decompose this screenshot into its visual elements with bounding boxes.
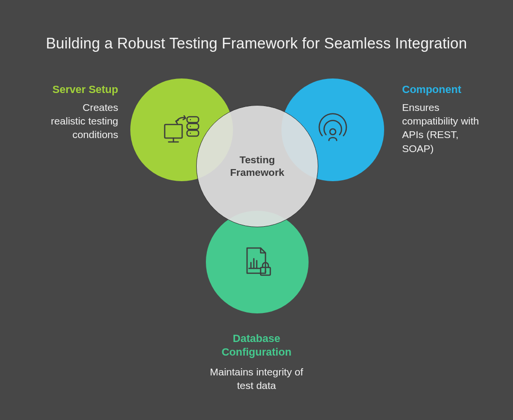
secure-data-icon xyxy=(238,245,277,279)
label-component: Component Ensures compatibility with API… xyxy=(402,82,489,156)
heading-database-config: Database Configuration xyxy=(0,332,513,358)
svg-point-6 xyxy=(190,119,191,120)
svg-point-8 xyxy=(190,133,191,134)
server-sync-icon xyxy=(162,113,201,147)
desc-database-config: Maintains integrity of test data xyxy=(208,365,305,393)
svg-point-9 xyxy=(330,129,336,135)
diagram-title: Building a Robust Testing Framework for … xyxy=(0,35,513,52)
svg-rect-0 xyxy=(165,124,182,138)
center-label: Testing Framework xyxy=(230,154,284,179)
heading-component: Component xyxy=(402,82,489,97)
svg-rect-5 xyxy=(187,130,199,136)
label-server-setup: Server Setup Creates realistic testing c… xyxy=(51,82,118,142)
svg-point-15 xyxy=(264,270,266,272)
desc-component: Ensures compatibility with APIs (REST, S… xyxy=(402,101,489,156)
svg-rect-4 xyxy=(187,124,199,129)
label-database-config: Database Configuration Maintains integri… xyxy=(0,332,513,393)
desc-server-setup: Creates realistic testing conditions xyxy=(51,101,118,142)
heading-server-setup: Server Setup xyxy=(51,82,118,97)
circle-center: Testing Framework xyxy=(196,105,318,227)
svg-rect-3 xyxy=(187,117,199,123)
broadcast-icon xyxy=(313,113,352,147)
svg-point-7 xyxy=(190,126,191,127)
